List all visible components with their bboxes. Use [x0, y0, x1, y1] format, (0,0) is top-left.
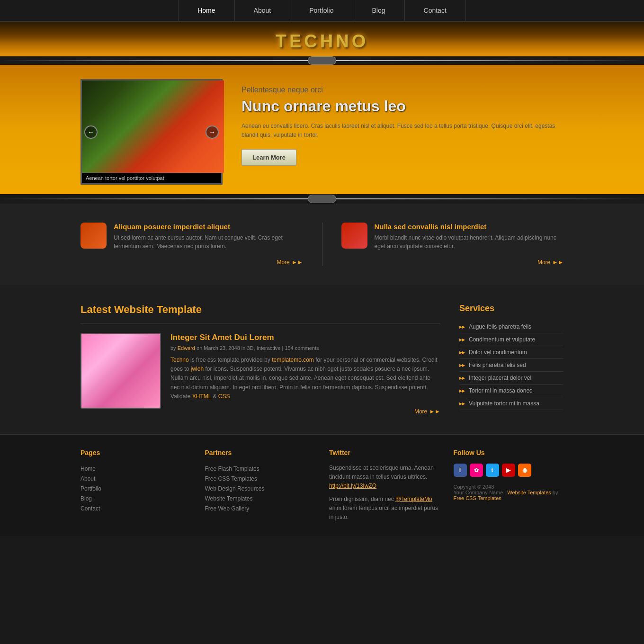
service-link-2[interactable]: Condimentum et vulputate: [469, 336, 535, 343]
content-divider: [80, 323, 440, 323]
main-content: Latest Website Template Integer Sit Amet…: [80, 304, 440, 415]
feature-1-body: Ut sed lorem ac ante cursus auctor. Nam …: [114, 233, 303, 250]
header-divider: [0, 56, 644, 65]
facebook-icon[interactable]: f: [454, 464, 467, 477]
features-divider: [322, 223, 322, 266]
footer-page-contact[interactable]: Contact: [80, 505, 100, 512]
blog-body-text: Techno is free css template provided by …: [170, 356, 440, 401]
blog-date: March 23, 2048: [204, 345, 240, 351]
twitter-icon[interactable]: t: [486, 464, 499, 477]
list-item: Felis pharetra felis sed: [459, 359, 564, 372]
feature-2-icon: [341, 223, 367, 249]
site-title: TECHNO: [0, 31, 644, 52]
techno-link[interactable]: Techno: [170, 357, 189, 363]
footer-follow-title: Follow Us: [454, 449, 564, 456]
list-item: Augue felis pharetra felis: [459, 321, 564, 333]
partner-link-2[interactable]: Free CSS Templates: [205, 475, 258, 482]
blog-thumbnail: [80, 333, 161, 409]
blog-post: Integer Sit Amet Dui Lorem by Edward on …: [80, 333, 440, 415]
footer-partners-list: Free Flash Templates Free CSS Templates …: [205, 464, 315, 513]
sidebar-services-list: Augue felis pharetra felis Condimentum e…: [459, 321, 564, 410]
nav-portfolio[interactable]: Portfolio: [290, 0, 353, 21]
nav-home[interactable]: Home: [178, 0, 234, 21]
list-item: Contact: [80, 503, 191, 513]
list-item: Website Templates: [205, 493, 315, 503]
hero-heading: Nunc ornare metus leo: [242, 98, 564, 115]
nav-contact[interactable]: Contact: [405, 0, 466, 21]
feature-2-more-link[interactable]: More ►►: [537, 259, 564, 266]
partner-link-5[interactable]: Free Web Gallery: [205, 505, 250, 512]
flickr-icon[interactable]: ✿: [470, 464, 483, 477]
partner-link-4[interactable]: Website Templates: [205, 495, 253, 502]
blog-meta: by Edward on March 23, 2048 in 3D, Inter…: [170, 345, 440, 351]
blog-post-body: Integer Sit Amet Dui Lorem by Edward on …: [170, 333, 440, 415]
hero-bottom-divider: [0, 194, 644, 204]
list-item: Portfolio: [80, 483, 191, 493]
social-icons: f ✿ t ▶ ◉: [454, 464, 564, 477]
partner-link-1[interactable]: Free Flash Templates: [205, 465, 259, 472]
list-item: Integer placerat dolor vel: [459, 372, 564, 385]
feature-1-icon: [80, 223, 107, 249]
footer-follow-col: Follow Us f ✿ t ▶ ◉ Copyright © 2048 You…: [454, 449, 564, 522]
footer-page-portfolio[interactable]: Portfolio: [80, 485, 101, 492]
main-section: Latest Website Template Integer Sit Amet…: [0, 285, 644, 434]
service-link-7[interactable]: Vulputate tortor mi in massa: [469, 400, 539, 407]
footer-page-about[interactable]: About: [80, 475, 95, 482]
partner-link-3[interactable]: Web Design Resources: [205, 485, 265, 492]
service-link-6[interactable]: Tortor mi in massa donec: [469, 387, 532, 394]
templatemo-link[interactable]: templatemo.com: [272, 357, 314, 363]
list-item: Tortor mi in massa donec: [459, 385, 564, 397]
hero-subtitle: Pellentesque neque orci: [242, 84, 564, 96]
footer-page-blog[interactable]: Blog: [80, 495, 92, 502]
twitter-link-2[interactable]: @TemplateMo: [395, 496, 432, 502]
jwloh-link[interactable]: jwloh: [191, 366, 204, 372]
footer-pages-col: Pages Home About Portfolio Blog Contact: [80, 449, 191, 522]
slider-image: [82, 80, 224, 173]
nav-blog[interactable]: Blog: [353, 0, 405, 21]
list-item: Vulputate tortor mi in massa: [459, 397, 564, 410]
youtube-icon[interactable]: ▶: [502, 464, 515, 477]
css-link[interactable]: CSS: [218, 393, 230, 400]
footer-pages-list: Home About Portfolio Blog Contact: [80, 464, 191, 513]
xhtml-link[interactable]: XHTML: [192, 393, 211, 400]
list-item: Free CSS Templates: [205, 474, 315, 483]
hero-slider: Aenean tortor vel porttitor volutpat ← →: [80, 79, 223, 185]
feature-1: Aliquam posuere imperdiet aliquet Ut sed…: [80, 223, 303, 266]
blog-more-link[interactable]: More ►►: [170, 408, 440, 415]
slider-next-button[interactable]: →: [206, 125, 219, 139]
list-item: Condimentum et vulputate: [459, 333, 564, 346]
main-nav: Home About Portfolio Blog Contact: [0, 0, 644, 22]
sidebar-title: Services: [459, 304, 564, 313]
service-link-5[interactable]: Integer placerat dolor vel: [469, 375, 531, 381]
learn-more-button[interactable]: Learn More: [242, 149, 296, 166]
service-link-4[interactable]: Felis pharetra felis sed: [469, 362, 526, 368]
list-item: Web Design Resources: [205, 483, 315, 493]
feature-2-body: Morbi blandit nunc vitae odio volutpat h…: [375, 233, 564, 250]
footer-page-home[interactable]: Home: [80, 465, 96, 472]
blog-author-link[interactable]: Edward: [178, 345, 195, 351]
slider-prev-button[interactable]: ←: [84, 125, 98, 139]
rss-icon[interactable]: ◉: [518, 464, 531, 477]
copyright-text: Copyright © 2048 Your Company Name | Web…: [454, 484, 564, 501]
service-link-1[interactable]: Augue felis pharetra felis: [469, 323, 531, 330]
blog-post-title: Integer Sit Amet Dui Lorem: [170, 333, 440, 342]
twitter-text-2: Proin dignissim, diam nec @TemplateMo en…: [329, 495, 439, 522]
header-divider-icon: [308, 56, 336, 65]
hero-body: Aenean eu convallis libero. Cras iaculis…: [242, 122, 564, 140]
service-link-3[interactable]: Dolor vel condimentum: [469, 349, 527, 356]
sidebar: Services Augue felis pharetra felis Cond…: [459, 304, 564, 415]
twitter-link-1[interactable]: http://bit.ly/13IwZO: [329, 483, 376, 489]
list-item: Free Flash Templates: [205, 464, 315, 474]
slider-caption: Aenean tortor vel porttitor volutpat: [82, 173, 221, 183]
footer-partners-title: Partners: [205, 449, 315, 456]
feature-1-more-link[interactable]: More ►►: [277, 259, 303, 266]
hero-text: Pellentesque neque orci Nunc ornare metu…: [242, 79, 564, 166]
feature-1-title: Aliquam posuere imperdiet aliquet: [114, 223, 303, 231]
hero-section: Aenean tortor vel porttitor volutpat ← →…: [0, 65, 644, 194]
website-templates-link[interactable]: Website Templates: [507, 490, 551, 495]
free-css-link[interactable]: Free CSS Templates: [454, 495, 501, 501]
nav-about[interactable]: About: [235, 0, 291, 21]
footer-twitter-col: Twitter Suspendisse at scelerisque urna.…: [329, 449, 439, 522]
footer-twitter-title: Twitter: [329, 449, 439, 456]
list-item: About: [80, 474, 191, 483]
